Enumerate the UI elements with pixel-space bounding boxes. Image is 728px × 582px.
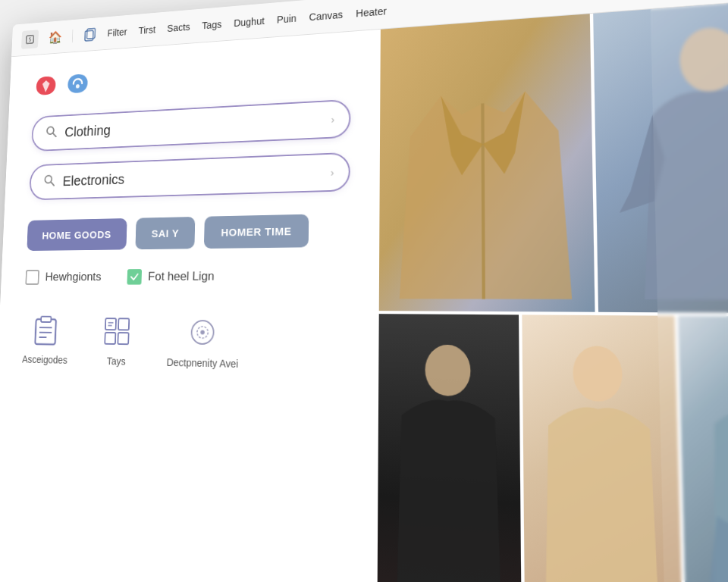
category-buttons: HOME GOODS SAI Y HOMER TIME [27, 213, 350, 251]
nav-canvas[interactable]: Canvas [309, 8, 343, 22]
home-icon[interactable]: 🏠 [46, 27, 64, 47]
secondary-search-value: Electronics [62, 171, 124, 189]
svg-text:5: 5 [28, 36, 31, 42]
browser-back-btn[interactable]: 5 [21, 30, 39, 49]
checkbox-hewhgionts[interactable]: Hewhgionts [25, 269, 102, 284]
lower-product-grid [377, 314, 728, 582]
nav-filter[interactable]: Filter [107, 26, 127, 38]
nav-puin[interactable]: Puin [277, 12, 297, 25]
product-teal-dress [678, 316, 728, 582]
nav-dughut[interactable]: Dughut [234, 15, 265, 29]
svg-rect-16 [105, 333, 116, 344]
svg-rect-14 [105, 318, 116, 330]
nav-sacts[interactable]: Sacts [167, 21, 190, 34]
coat-image [379, 14, 595, 312]
svg-line-8 [51, 182, 54, 186]
icon-dectpnenity-label: Dectpnenity Avei [167, 356, 239, 370]
category-sai-y[interactable]: SAI Y [135, 217, 195, 249]
checkbox-hewhgionts-box[interactable] [25, 270, 39, 285]
primary-search-right: › [331, 113, 335, 124]
secondary-search-bar[interactable]: Electronics › [29, 152, 350, 201]
product-coat [379, 14, 595, 312]
icon-asceigodes-label: Asceigodes [22, 354, 67, 366]
bookmark-icon[interactable]: 🔖 [635, 0, 659, 2]
left-panel: Clothing › Electronics › H [0, 30, 381, 582]
checkbox-row: Hewhgionts Fot heel Lign [25, 268, 349, 285]
checkbox-hewhgionts-label: Hewhgionts [45, 270, 101, 284]
icon-tays-label: Tays [107, 355, 126, 368]
secondary-search-right: › [331, 166, 334, 178]
checkbox-fot-heel-label: Fot heel Lign [148, 269, 215, 283]
red-logo [33, 73, 58, 98]
nav-heater[interactable]: Heater [356, 5, 387, 18]
product-blue-jacket [593, 0, 728, 314]
checkbox-fot-heel[interactable]: Fot heel Lign [127, 268, 214, 284]
blue-logo [65, 71, 91, 97]
right-panel: ⊕ ✕ [377, 0, 728, 582]
svg-point-22 [201, 330, 206, 335]
icon-row: Asceigodes [22, 312, 349, 372]
logo-area [33, 53, 351, 99]
primary-search-bar[interactable]: Clothing › [31, 99, 351, 152]
browser-controls: 5 [21, 30, 39, 49]
svg-rect-3 [86, 28, 95, 39]
main-content: Clothing › Electronics › H [0, 0, 728, 582]
product-dark-person [377, 314, 522, 582]
copy-icon[interactable] [81, 24, 99, 44]
product-beige-person [522, 314, 683, 582]
svg-rect-10 [41, 317, 51, 322]
svg-rect-15 [118, 318, 129, 330]
primary-search-value: Clothing [64, 123, 111, 140]
circle-icon [184, 313, 221, 352]
grid-list-icon [99, 313, 134, 350]
checkbox-fot-heel-box[interactable] [127, 269, 142, 285]
icon-tays[interactable]: Tays [99, 313, 135, 368]
search-icon-secondary [42, 174, 55, 191]
blue-jacket-image [593, 0, 728, 314]
category-homer-time[interactable]: HOMER TIME [204, 214, 309, 249]
svg-line-6 [53, 133, 56, 137]
icon-dectpnenity[interactable]: Dectpnenity Avei [167, 313, 240, 370]
search-icon-primary [45, 124, 58, 142]
clipboard-icon [29, 312, 63, 349]
category-home-goods[interactable]: HOME GOODS [27, 218, 127, 251]
svg-rect-2 [85, 30, 93, 41]
nav-tirst[interactable]: Tirst [138, 23, 155, 36]
upper-product-grid [379, 0, 728, 314]
divider [72, 29, 73, 42]
nav-tags[interactable]: Tags [202, 18, 221, 30]
svg-rect-17 [118, 333, 129, 344]
icon-asceigodes[interactable]: Asceigodes [22, 312, 69, 366]
